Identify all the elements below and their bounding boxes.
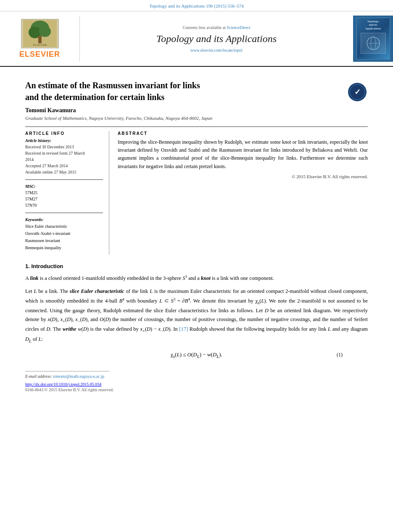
received-date: Received 30 December 2013: [25, 144, 103, 150]
history-label: Article history:: [25, 138, 103, 143]
main-content-area: An estimate of the Rasmussen invariant f…: [0, 67, 393, 400]
intro-paragraph-2: Let L be a link. The slice Euler charact…: [25, 287, 368, 344]
intro-paragraph-1: A link is a closed oriented 1-manifold s…: [25, 274, 368, 283]
keywords-label: Keywords:: [25, 217, 103, 222]
email-link[interactable]: tomomi@math.nagoya-u.ac.jp: [53, 374, 104, 379]
article-info-label: ARTICLE INFO: [25, 131, 103, 136]
elsevier-tree-image: ELSEVIER: [21, 19, 59, 48]
email-label: E-mail address:: [25, 374, 52, 379]
available-online-date: Available online 27 May 2015: [25, 169, 103, 175]
msc-label: MSC:: [25, 184, 103, 189]
msc-code-3: 57N70: [25, 202, 103, 208]
journal-cover-image: Topologyand itsApplications: [353, 16, 393, 62]
svg-text:ELSEVIER: ELSEVIER: [33, 43, 47, 47]
msc-codes: 57M25 57M27 57N70: [25, 190, 103, 208]
copyright-footer: 0166-8641/© 2015 Elsevier B.V. All right…: [25, 387, 368, 392]
author-name: Tomomi Kawamura: [25, 107, 368, 114]
equation-1-number: (1): [337, 352, 343, 358]
journal-center-info: Contents lists available at ScienceDirec…: [80, 16, 353, 62]
article-info-abstract-section: ARTICLE INFO Article history: Received 3…: [25, 131, 368, 255]
accepted-date: Accepted 27 March 2014: [25, 163, 103, 169]
keyword-4: Bennequin inequality: [25, 244, 103, 251]
doi-line: http://dx.doi.org/10.1016/j.topol.2015.0…: [25, 382, 368, 387]
article-title: An estimate of the Rasmussen invariant f…: [25, 79, 200, 103]
article-history-group: Article history: Received 30 December 20…: [25, 138, 103, 175]
cover-title-text: Topologyand itsApplications: [365, 20, 381, 30]
keyword-3: Rasmussen invariant: [25, 237, 103, 244]
article-info-column: ARTICLE INFO Article history: Received 3…: [25, 131, 109, 255]
svg-rect-4: [38, 36, 42, 43]
keyword-2: Ozsváth–Szabó τ-invariant: [25, 230, 103, 237]
svg-point-3: [39, 26, 51, 37]
footnote-area: E-mail address: tomomi@math.nagoya-u.ac.…: [25, 371, 109, 379]
article-title-section: An estimate of the Rasmussen invariant f…: [25, 75, 368, 103]
journal-url: www.elsevier.com/locate/topol: [190, 48, 243, 53]
keywords-list: Slice Euler characteristic Ozsváth–Szabó…: [25, 223, 103, 251]
keywords-group: Keywords: Slice Euler characteristic Ozs…: [25, 217, 103, 251]
keyword-1: Slice Euler characteristic: [25, 223, 103, 230]
introduction-heading: 1. Introduction: [25, 263, 368, 269]
elsevier-wordmark: ELSEVIER: [19, 50, 60, 59]
msc-code-2: 57M27: [25, 196, 103, 202]
journal-title: Topology and its Applications: [156, 33, 277, 45]
abstract-column: ABSTRACT Improving the slice-Bennequin i…: [118, 131, 368, 255]
crossmark-icon: ✓: [348, 83, 367, 101]
section-divider: [25, 126, 368, 127]
crossmark-badge[interactable]: ✓: [347, 82, 368, 103]
author-affiliation: Graduate School of Mathematics, Nagoya U…: [25, 116, 368, 121]
msc-group: MSC: 57M25 57M27 57N70: [25, 184, 103, 208]
elsevier-logo-section: ELSEVIER ELSEVIER: [0, 16, 80, 62]
ref-17-link[interactable]: [17]: [179, 326, 188, 332]
journal-reference-bar: Topology and its Applications 196 (2015)…: [0, 0, 393, 11]
contents-available-text: Contents lists available at ScienceDirec…: [182, 25, 250, 30]
equation-1-display: χs(L) ≤ O(DL) − w(DL). (1): [50, 351, 343, 359]
info-divider: [25, 179, 103, 180]
introduction-section: 1. Introduction A link is a closed orien…: [25, 263, 368, 358]
svg-text:✓: ✓: [354, 88, 361, 96]
abstract-copyright: © 2015 Elsevier B.V. All rights reserved…: [118, 174, 368, 179]
equation-1-formula: χs(L) ≤ O(DL) − w(DL).: [171, 351, 222, 359]
abstract-text: Improving the slice-Bennequin inequality…: [118, 138, 368, 171]
revised-date-line1: Received in revised form 27 March: [25, 150, 103, 156]
msc-code-1: 57M25: [25, 190, 103, 196]
cover-thumbnail: Topologyand itsApplications: [356, 18, 390, 60]
abstract-label: ABSTRACT: [118, 131, 368, 136]
doi-link[interactable]: http://dx.doi.org/10.1016/j.topol.2015.0…: [25, 382, 101, 387]
email-footnote: E-mail address: tomomi@math.nagoya-u.ac.…: [25, 374, 109, 379]
keywords-divider: [25, 213, 103, 213]
journal-header: ELSEVIER ELSEVIER Contents lists availab…: [0, 11, 393, 67]
science-direct-link[interactable]: ScienceDirect: [227, 25, 250, 30]
journal-reference-link[interactable]: Topology and its Applications 196 (2015)…: [149, 3, 244, 8]
revised-date-line2: 2014: [25, 156, 103, 163]
